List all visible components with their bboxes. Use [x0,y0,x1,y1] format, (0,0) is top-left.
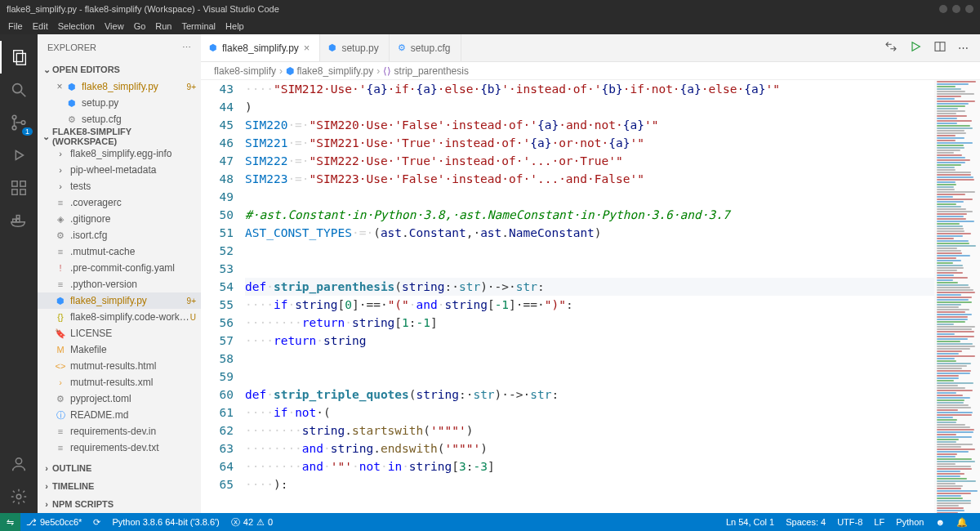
menu-terminal[interactable]: Terminal [177,21,221,31]
git-branch[interactable]: ⎇ 9e5c0cc6* [20,517,87,528]
python-env[interactable]: Python 3.8.6 64-bit ('3.8.6') [106,517,225,527]
run-icon[interactable] [909,40,922,56]
file-tree-item[interactable]: !.pre-commit-config.yaml [38,260,201,276]
sync-icon[interactable]: ⟳ [87,517,106,528]
source-control-icon[interactable]: 1 [0,106,38,139]
workspace-header[interactable]: ⌄FLAKE8-SIMPLIFY (WORKSPACE) [38,127,201,145]
code-editor[interactable]: 4344454647484950515253545556575859606162… [201,80,980,513]
file-tree-item[interactable]: ›pip-wheel-metadata [38,162,201,178]
menu-help[interactable]: Help [220,21,249,31]
file-tree-item[interactable]: MMakefile [38,341,201,358]
svg-rect-10 [12,190,17,194]
file-tree-item[interactable]: ⓘREADME.md [38,407,201,423]
breadcrumbs[interactable]: flake8-simplify›⬢ flake8_simplify.py›⟨⟩ … [201,62,980,80]
file-icon: › [54,149,67,158]
file-tree-item[interactable]: 🔖LICENSE [38,325,201,341]
file-icon: ≡ [54,198,67,207]
file-icon: 🔖 [54,328,67,339]
window-min-icon[interactable] [939,5,947,13]
line-gutter: 4344454647484950515253545556575859606162… [201,80,245,513]
file-tree-item[interactable]: ›tests [38,178,201,194]
file-icon: <> [54,361,67,371]
file-icon: › [54,181,67,191]
encoding[interactable]: UTF-8 [831,517,868,527]
account-icon[interactable] [0,448,38,480]
window-titlebar: flake8_simplify.py - flake8-simplify (Wo… [0,0,980,18]
activity-bar: 1 [0,34,38,513]
file-tree-item[interactable]: ◈.gitignore [38,211,201,227]
file-tree-item[interactable]: ›mutmut-results.xml [38,374,201,390]
menu-file[interactable]: File [3,21,28,31]
svg-rect-14 [16,216,20,219]
file-tree-item[interactable]: ≡requirements-dev.txt [38,440,201,456]
file-icon: ◈ [54,214,67,225]
language-mode[interactable]: Python [890,517,929,527]
problems[interactable]: ⓧ 42 ⚠ 0 [225,516,278,529]
svg-point-15 [16,458,21,464]
svg-marker-17 [912,42,920,51]
file-tree-item[interactable]: ⚙.isort.cfg [38,227,201,243]
file-tree-item[interactable]: ≡.mutmut-cache [38,243,201,260]
minimap[interactable] [934,80,980,513]
file-tree-item[interactable]: <>mutmut-results.html [38,358,201,374]
menu-edit[interactable]: Edit [28,21,53,31]
file-icon: {} [54,312,67,322]
file-tree-item[interactable]: ›flake8_simplify.egg-info [38,145,201,162]
file-tree-item[interactable]: ⚙pyproject.toml [38,390,201,407]
file-tree-item[interactable]: ≡requirements-dev.in [38,423,201,440]
svg-line-3 [21,92,26,97]
breadcrumb-item[interactable]: ⟨⟩ strip_parenthesis [383,65,469,77]
file-icon: ≡ [54,443,67,453]
menu-run[interactable]: Run [150,21,176,31]
file-tree-item[interactable]: ≡.python-version [38,276,201,292]
extensions-icon[interactable] [0,172,38,204]
window-close-icon[interactable] [965,5,973,13]
file-icon: ⬢ [328,42,336,53]
editor-tab[interactable]: ⬢flake8_simplify.py× [201,34,320,61]
breadcrumb-item[interactable]: ⬢ flake8_simplify.py [286,65,373,77]
file-tree-item[interactable]: ≡.coveragerc [38,194,201,211]
timeline-header[interactable]: ›TIMELINE [38,477,201,495]
compare-icon[interactable] [884,40,898,56]
window-max-icon[interactable] [952,5,960,13]
outline-header[interactable]: ›OUTLINE [38,459,201,477]
notifications-icon[interactable]: 🔔 [951,517,973,528]
eol[interactable]: LF [868,517,890,527]
open-editor-item[interactable]: ×⬢flake8_simplify.py9+ [38,78,201,95]
open-editors-header[interactable]: ⌄OPEN EDITORS [38,60,201,78]
svg-point-4 [12,115,16,119]
editor-tab[interactable]: ⬢setup.py [320,34,389,61]
open-editor-item[interactable]: ⬢setup.py [38,95,201,111]
npm-scripts-header[interactable]: ›NPM SCRIPTS [38,495,201,513]
menu-view[interactable]: View [100,21,129,31]
breadcrumb-item[interactable]: flake8-simplify [214,65,276,77]
file-tree-item[interactable]: {}flake8-simplify.code-worksp…U [38,309,201,325]
code-content[interactable]: ····"SIM212·Use·'{a}·if·{a}·else·{b}'·in… [245,80,934,513]
remote-indicator[interactable]: ⇋ [0,513,20,531]
file-icon: ⓘ [54,409,67,422]
search-icon[interactable] [0,74,38,106]
close-icon[interactable]: × [304,42,310,54]
svg-rect-9 [20,181,25,186]
explorer-icon[interactable] [0,41,38,74]
docker-icon[interactable] [0,204,38,237]
debug-icon[interactable] [0,139,38,172]
editor-tab[interactable]: ⚙setup.cfg [390,34,461,61]
split-editor-icon[interactable] [933,40,947,56]
settings-icon[interactable] [0,480,38,513]
open-editor-item[interactable]: ⚙setup.cfg [38,111,201,127]
file-tree-item[interactable]: ⬢flake8_simplify.py9+ [38,292,201,309]
file-icon: › [54,165,67,175]
close-icon[interactable]: × [54,81,65,92]
file-icon: ⬢ [65,98,78,109]
cursor-position[interactable]: Ln 54, Col 1 [720,517,780,527]
sidebar-more-icon[interactable]: ⋯ [182,42,191,53]
indentation[interactable]: Spaces: 4 [780,517,831,527]
feedback-icon[interactable]: ☻ [929,517,951,527]
menu-go[interactable]: Go [129,21,151,31]
svg-point-6 [21,121,25,125]
menu-selection[interactable]: Selection [53,21,100,31]
file-icon: ! [54,263,67,273]
file-icon: ⬢ [209,42,217,53]
editor-more-icon[interactable]: ⋯ [958,42,969,54]
